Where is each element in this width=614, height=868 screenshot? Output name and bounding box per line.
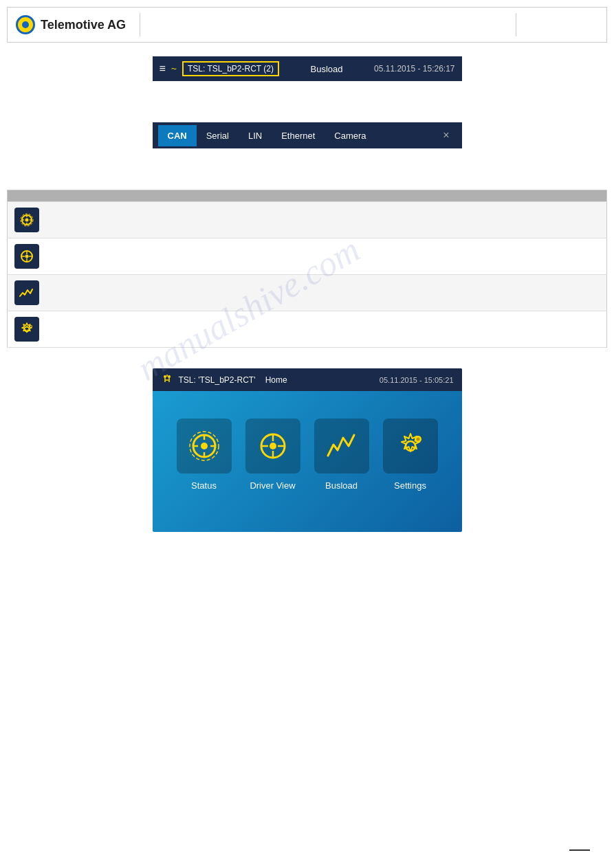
close-icon[interactable]: ×	[436, 129, 456, 142]
svg-point-13	[25, 327, 30, 332]
table-row	[8, 311, 607, 348]
hamburger-icon[interactable]: ≡	[160, 63, 166, 75]
home-screen: TSL: 'TSL_bP2-RCT' Home 05.11.2015 - 15:…	[153, 368, 462, 532]
home-topbar-title: TSL: 'TSL_bP2-RCT'	[179, 375, 260, 385]
busload-icon-box	[14, 280, 39, 305]
home-bottom-space	[153, 504, 462, 532]
can-tabs-bar: CAN Serial LIN Ethernet Camera ×	[153, 122, 462, 148]
status-icon	[19, 212, 34, 227]
home-grid: Status Driver View	[153, 391, 462, 504]
driver-desc-cell	[129, 238, 607, 275]
home-busload-label: Busload	[325, 480, 358, 491]
table-row	[8, 275, 607, 311]
svg-point-30	[270, 443, 276, 449]
home-tile-driver[interactable]: Driver View	[245, 419, 300, 491]
header-right-area	[516, 13, 598, 36]
tab-lin[interactable]: LIN	[239, 125, 272, 146]
home-status-icon	[177, 419, 232, 474]
home-settings-icon	[383, 419, 438, 474]
tab-ethernet[interactable]: Ethernet	[272, 125, 325, 146]
header-spacer	[140, 13, 516, 36]
busload-icon-cell	[8, 275, 47, 311]
svg-point-17	[168, 375, 171, 378]
logo-icon	[16, 15, 35, 34]
tab-camera[interactable]: Camera	[325, 125, 375, 146]
tab-serial[interactable]: Serial	[197, 125, 239, 146]
can-tabs-screenshot: CAN Serial LIN Ethernet Camera ×	[153, 122, 462, 148]
svg-point-8	[25, 255, 29, 258]
table-header-row	[8, 190, 607, 202]
status-desc-cell	[129, 202, 607, 238]
wave-icon: ~	[171, 63, 177, 74]
busload-icon	[19, 287, 34, 298]
status-name-cell	[46, 202, 129, 238]
home-busload-icon	[314, 419, 369, 474]
busload-section-label: Busload	[285, 64, 369, 74]
home-topbar: TSL: 'TSL_bP2-RCT' Home 05.11.2015 - 15:…	[153, 368, 462, 391]
home-tile-settings[interactable]: Settings	[383, 419, 438, 491]
busload-timestamp: 05.11.2015 - 15:26:17	[374, 64, 454, 74]
svg-point-35	[406, 441, 415, 451]
icon-table	[7, 190, 607, 348]
home-driver-icon	[245, 419, 300, 474]
col-desc-header	[129, 190, 607, 202]
table-row	[8, 202, 607, 238]
tab-can[interactable]: CAN	[158, 125, 197, 146]
page-header: Telemotive AG	[7, 7, 607, 43]
table-row	[8, 238, 607, 275]
busload-title: TSL: TSL_bP2-RCT (2)	[182, 61, 279, 76]
driver-icon-box	[14, 244, 39, 269]
home-topbar-time: 05.11.2015 - 15:05:21	[380, 376, 454, 384]
busload-name-cell	[46, 275, 129, 311]
home-tile-busload[interactable]: Busload	[314, 419, 369, 491]
company-name: Telemotive AG	[41, 18, 126, 32]
home-screenshot: TSL: 'TSL_bP2-RCT' Home 05.11.2015 - 15:…	[153, 368, 462, 532]
home-driver-label: Driver View	[250, 480, 295, 491]
icon-table-section	[7, 190, 607, 348]
driver-icon	[19, 249, 34, 264]
busload-screenshot: ≡ ~ TSL: TSL_bP2-RCT (2) Busload 05.11.2…	[153, 56, 462, 81]
home-topbar-section: Home	[265, 375, 287, 385]
col-icon-header	[8, 190, 47, 202]
svg-point-37	[416, 438, 419, 441]
svg-point-16	[164, 375, 166, 378]
settings-icon	[19, 322, 34, 337]
page-number	[569, 845, 593, 854]
logo-area: Telemotive AG	[16, 15, 126, 34]
settings-icon-box	[14, 317, 39, 342]
svg-point-1	[25, 219, 29, 222]
svg-point-15	[30, 326, 32, 327]
busload-desc-cell	[129, 275, 607, 311]
home-status-label: Status	[191, 480, 217, 491]
home-settings-label: Settings	[394, 480, 426, 491]
driver-name-cell	[46, 238, 129, 275]
busload-bar: ≡ ~ TSL: TSL_bP2-RCT (2) Busload 05.11.2…	[153, 56, 462, 81]
status-icon-box	[14, 208, 39, 232]
home-tile-status[interactable]: Status	[177, 419, 232, 491]
home-topbar-icon	[161, 372, 173, 387]
driver-icon-cell	[8, 238, 47, 275]
logo-inner-circle	[22, 21, 29, 28]
settings-icon-cell	[8, 311, 47, 348]
svg-point-23	[201, 443, 208, 449]
col-name-header	[46, 190, 129, 202]
status-icon-cell	[8, 202, 47, 238]
settings-desc-cell	[129, 311, 607, 348]
settings-name-cell	[46, 311, 129, 348]
